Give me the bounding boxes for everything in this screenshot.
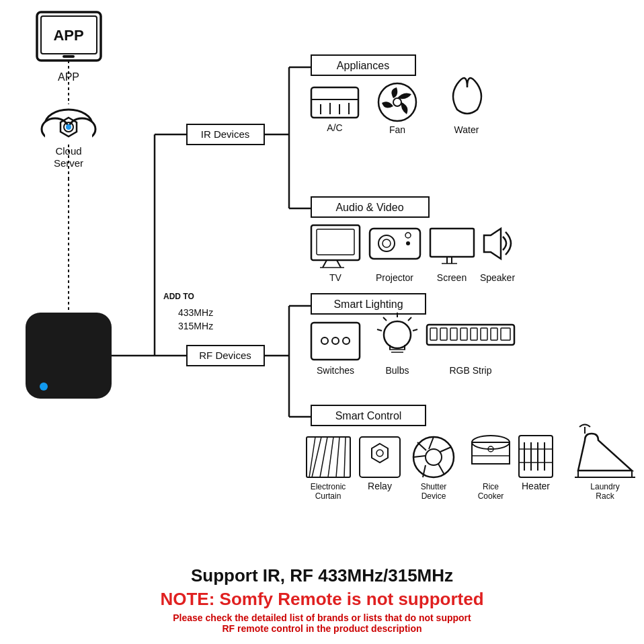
svg-text:TV: TV (329, 272, 342, 283)
svg-text:Relay: Relay (368, 481, 392, 491)
svg-text:Laundry: Laundry (590, 482, 619, 491)
svg-text:Screen: Screen (437, 272, 467, 283)
svg-text:Switches: Switches (317, 365, 354, 376)
svg-text:Water: Water (454, 124, 479, 135)
svg-text:Appliances: Appliances (337, 60, 389, 71)
diagram-svg: APP APP Cloud Server (0, 0, 644, 504)
svg-text:Electronic: Electronic (311, 482, 346, 491)
svg-point-55 (406, 241, 410, 245)
note-text: NOTE: Somfy Remote is not supported (13, 589, 631, 610)
svg-text:Speaker: Speaker (480, 272, 515, 283)
svg-text:433MHz: 433MHz (178, 307, 213, 318)
svg-rect-4 (63, 55, 75, 58)
svg-text:315MHz: 315MHz (178, 321, 213, 331)
svg-rect-17 (26, 313, 112, 399)
svg-text:Bulbs: Bulbs (385, 365, 409, 376)
svg-text:ADD TO: ADD TO (163, 292, 194, 301)
support-text: Support IR, RF 433MHz/315MHz (13, 565, 631, 586)
svg-text:Smart Lighting: Smart Lighting (333, 298, 403, 310)
svg-text:Rice: Rice (483, 482, 499, 491)
svg-text:Audio & Video: Audio & Video (335, 202, 403, 213)
small-note: Please check the detailed list of brands… (13, 612, 631, 634)
diagram-area: APP APP Cloud Server (0, 0, 644, 559)
svg-text:RF Devices: RF Devices (199, 350, 251, 361)
svg-text:Device: Device (421, 491, 446, 501)
svg-text:IR Devices: IR Devices (201, 128, 250, 140)
svg-text:Rack: Rack (596, 491, 614, 501)
svg-text:Fan: Fan (389, 124, 405, 135)
svg-point-18 (40, 383, 48, 391)
svg-text:RGB Strip: RGB Strip (449, 365, 491, 376)
bottom-text-area: Support IR, RF 433MHz/315MHz NOTE: Somfy… (0, 559, 644, 644)
svg-text:APP: APP (53, 27, 83, 44)
svg-text:Heater: Heater (522, 481, 550, 491)
svg-text:A/C: A/C (327, 122, 342, 133)
svg-text:Smart Control: Smart Control (335, 410, 402, 421)
svg-text:Cooker: Cooker (478, 491, 504, 501)
svg-point-13 (66, 124, 71, 130)
svg-text:Curtain: Curtain (315, 491, 341, 501)
svg-text:Projector: Projector (376, 272, 413, 283)
svg-text:Shutter: Shutter (421, 482, 447, 491)
main-container: APP APP Cloud Server (0, 0, 644, 644)
